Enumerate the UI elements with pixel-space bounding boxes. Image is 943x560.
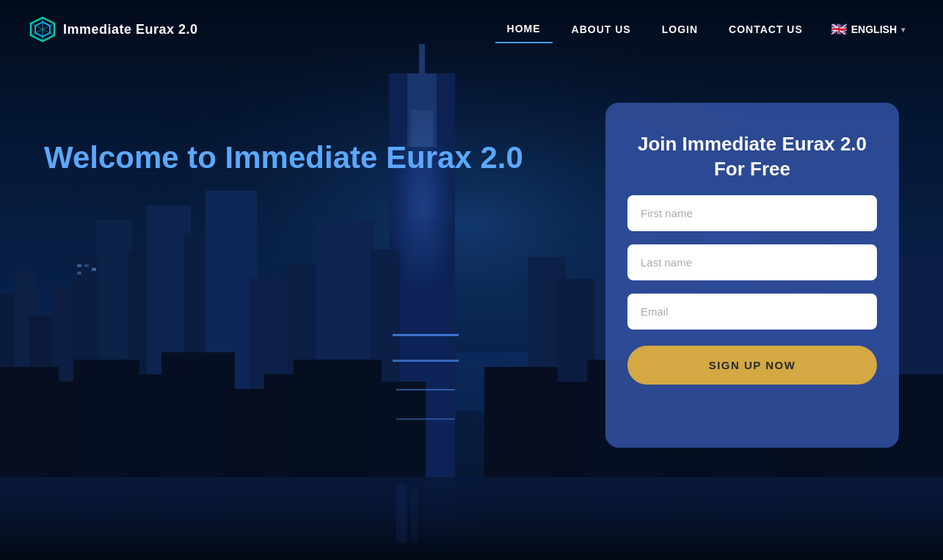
welcome-title-text: Welcome to Immediate Eurax 2.0 <box>44 140 523 175</box>
first-name-input[interactable] <box>627 195 877 231</box>
welcome-title: Welcome to Immediate Eurax 2.0 <box>44 139 543 176</box>
nav-login[interactable]: LOGIN <box>650 16 710 43</box>
nav-links: HOME ABOUT US LOGIN CONTACT US 🇬🇧 ENGLIS… <box>495 14 914 45</box>
last-name-group <box>627 244 877 280</box>
lang-label: ENGLISH <box>851 23 897 35</box>
first-name-group <box>627 195 877 231</box>
navbar: Immediate Eurax 2.0 HOME ABOUT US LOGIN … <box>0 0 943 59</box>
signup-button[interactable]: SIGN UP NOW <box>627 346 877 385</box>
nav-home[interactable]: HOME <box>495 15 553 43</box>
nav-about[interactable]: ABOUT US <box>560 16 643 43</box>
language-selector[interactable]: 🇬🇧 ENGLISH ▾ <box>822 14 914 45</box>
register-card: Join Immediate Eurax 2.0 For Free SIGN U… <box>605 103 899 448</box>
flag-icon: 🇬🇧 <box>831 21 847 37</box>
main-content: Welcome to Immediate Eurax 2.0 Join Imme… <box>0 59 943 560</box>
chevron-down-icon: ▾ <box>901 26 905 34</box>
email-group <box>627 294 877 330</box>
last-name-input[interactable] <box>627 244 877 280</box>
nav-contact[interactable]: CONTACT US <box>717 16 815 43</box>
brand-highlight: Immediate Eurax 2.0 <box>225 140 523 175</box>
email-input[interactable] <box>627 294 877 330</box>
card-title: Join Immediate Eurax 2.0 For Free <box>627 132 877 182</box>
logo-icon <box>29 16 56 43</box>
logo[interactable]: Immediate Eurax 2.0 <box>29 16 198 43</box>
brand-name: Immediate Eurax 2.0 <box>63 22 198 37</box>
hero-text: Welcome to Immediate Eurax 2.0 <box>44 103 605 176</box>
